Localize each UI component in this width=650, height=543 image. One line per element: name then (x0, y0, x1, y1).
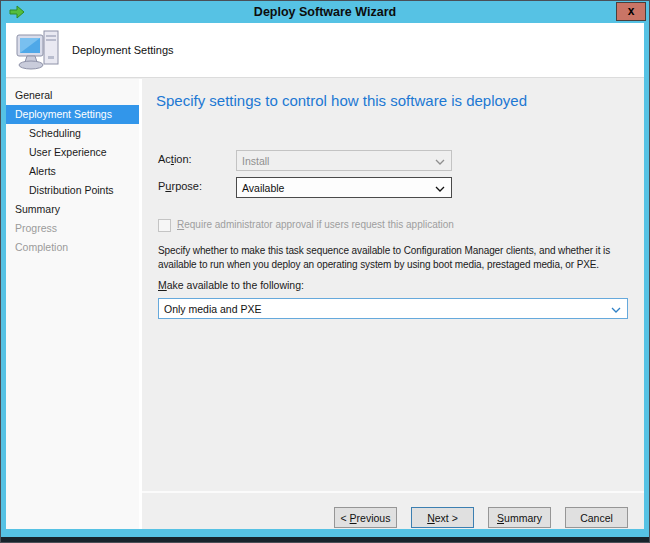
nav-item-progress: Progress (6, 219, 139, 238)
action-value: Install (242, 155, 269, 167)
make-available-label: Make available to the following: (158, 279, 304, 291)
chevron-down-icon (435, 186, 445, 192)
close-icon: x (628, 4, 635, 18)
nav-item-alerts[interactable]: Alerts (6, 162, 139, 181)
nav-item-distribution-points[interactable]: Distribution Points (6, 181, 139, 200)
wizard-header: Deployment Settings (6, 23, 644, 78)
task-sequence-description: Specify whether to make this task sequen… (158, 244, 646, 271)
action-select: Install (236, 150, 452, 171)
cancel-button[interactable]: Cancel (565, 507, 628, 528)
nav-item-general[interactable]: General (6, 86, 139, 105)
content-panel: Specify settings to control how this sof… (142, 79, 644, 529)
close-button[interactable]: x (616, 2, 646, 21)
action-label: Action: (158, 153, 192, 165)
page-heading: Specify settings to control how this sof… (156, 92, 527, 109)
nav-item-completion: Completion (6, 238, 139, 257)
next-button[interactable]: Next > (411, 507, 474, 528)
purpose-select[interactable]: Available (236, 177, 452, 198)
require-approval-label: Require administrator approval if users … (177, 219, 454, 230)
purpose-label: Purpose: (158, 180, 202, 192)
title-bar: Deploy Software Wizard x (1, 1, 649, 23)
make-available-select[interactable]: Only media and PXE (158, 298, 628, 319)
computer-icon (15, 29, 63, 73)
require-approval-checkbox (158, 219, 171, 232)
nav-item-summary[interactable]: Summary (6, 200, 139, 219)
wizard-main: General Deployment Settings Scheduling U… (6, 79, 644, 529)
nav-item-deployment-settings[interactable]: Deployment Settings (6, 105, 139, 124)
footer-divider (142, 491, 644, 493)
make-available-value: Only media and PXE (164, 303, 261, 315)
chevron-down-icon (435, 159, 445, 165)
nav-item-scheduling[interactable]: Scheduling (6, 124, 139, 143)
previous-button[interactable]: < Previous (334, 507, 397, 528)
purpose-value: Available (242, 182, 284, 194)
window-bottom-edge (1, 537, 649, 542)
wizard-page-title: Deployment Settings (72, 23, 174, 78)
wizard-nav: General Deployment Settings Scheduling U… (6, 79, 139, 529)
nav-list: General Deployment Settings Scheduling U… (6, 86, 139, 257)
summary-button[interactable]: Summary (488, 507, 551, 528)
window-body: Deployment Settings General Deployment S… (6, 23, 644, 529)
chevron-down-icon (611, 307, 621, 313)
window-title: Deploy Software Wizard (1, 1, 649, 23)
wizard-window: Deploy Software Wizard x Deployment Sett… (0, 0, 650, 543)
nav-item-user-experience[interactable]: User Experience (6, 143, 139, 162)
